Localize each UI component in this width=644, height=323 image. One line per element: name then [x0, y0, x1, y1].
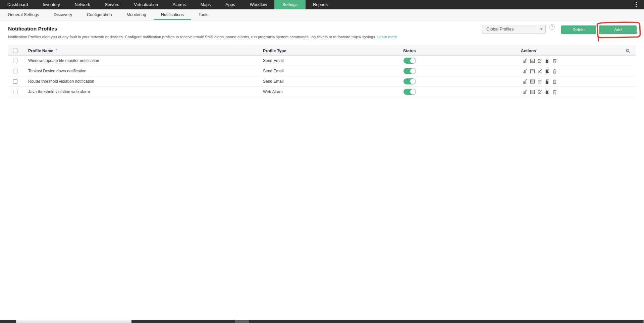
- column-header-profile-type: Profile Type: [263, 46, 286, 56]
- edit-icon[interactable]: [537, 79, 542, 84]
- test-chart-icon[interactable]: [523, 69, 528, 74]
- table-row: Windows update file monitor notification…: [8, 56, 636, 66]
- copy-icon[interactable]: [545, 79, 550, 84]
- status-toggle[interactable]: [404, 78, 416, 84]
- profile-name: Router threshold violation notification: [28, 76, 94, 87]
- subnav-tab[interactable]: Discovery: [46, 9, 79, 20]
- status-toggle[interactable]: [404, 58, 416, 64]
- topnav-item[interactable]: Apps: [218, 0, 243, 9]
- help-icon[interactable]: ?: [549, 24, 555, 30]
- select-all-checkbox[interactable]: [13, 49, 17, 53]
- column-header-profile-name[interactable]: Profile Name: [28, 46, 57, 56]
- report-icon[interactable]: [530, 79, 535, 84]
- copy-icon[interactable]: [545, 89, 550, 94]
- row-actions: [523, 89, 557, 94]
- page-description-text: Notification Profiles alert you of any f…: [8, 35, 376, 39]
- profile-name: Tenkasi Device down notification: [28, 66, 86, 76]
- profile-name: Java threshold violation web alarm: [28, 87, 90, 97]
- topnav-item[interactable]: Inventory: [35, 0, 67, 9]
- app-window: DashboardInventoryNetworkServersVirtuali…: [0, 0, 644, 323]
- delete-button[interactable]: Delete: [561, 25, 596, 34]
- profile-type: Send Email: [263, 66, 283, 76]
- subnav-tab[interactable]: Notifications: [154, 9, 191, 20]
- subnav-tab[interactable]: Tools: [191, 9, 216, 20]
- report-icon[interactable]: [530, 89, 535, 94]
- edit-icon[interactable]: [537, 58, 542, 63]
- row-checkbox[interactable]: [13, 69, 17, 73]
- report-icon[interactable]: [530, 58, 535, 63]
- subnav-tab[interactable]: General Settings: [0, 9, 46, 20]
- status-toggle[interactable]: [404, 89, 416, 95]
- table-header-row: Profile Name Profile Type Status Actions: [8, 46, 636, 56]
- topnav-item[interactable]: Settings: [274, 0, 306, 9]
- topnav-item[interactable]: Maps: [193, 0, 218, 9]
- scrollbar-thumb[interactable]: [16, 320, 131, 323]
- table-row: Router threshold violation notification …: [8, 76, 636, 87]
- horizontal-scrollbar: [0, 320, 644, 323]
- trash-icon[interactable]: [552, 69, 557, 74]
- scrollbar-segment: [235, 320, 249, 323]
- test-chart-icon[interactable]: [523, 58, 528, 63]
- notification-profiles-table: Profile Name Profile Type Status Actions…: [8, 46, 636, 97]
- profile-type: Send Email: [263, 56, 283, 66]
- column-header-actions: Actions: [521, 46, 536, 56]
- trash-icon[interactable]: [552, 79, 557, 84]
- subnav-tab[interactable]: Monitoring: [119, 9, 153, 20]
- row-checkbox[interactable]: [13, 79, 17, 84]
- topnav-item[interactable]: Network: [67, 0, 98, 9]
- row-checkbox[interactable]: [13, 59, 17, 63]
- toggle-knob: [410, 89, 416, 94]
- profile-name-header-label: Profile Name: [28, 49, 53, 53]
- edit-icon[interactable]: [537, 69, 542, 74]
- row-checkbox[interactable]: [13, 90, 17, 94]
- test-chart-icon[interactable]: [523, 79, 528, 84]
- add-button[interactable]: Add: [599, 25, 637, 34]
- learn-more-link[interactable]: Learn more: [377, 35, 397, 39]
- table-row: Java threshold violation web alarm Web A…: [8, 87, 636, 97]
- trash-icon[interactable]: [552, 89, 557, 94]
- settings-subnav: General SettingsDiscoveryConfigurationMo…: [0, 9, 644, 20]
- trash-icon[interactable]: [552, 58, 557, 63]
- topnav-item[interactable]: Alarms: [165, 0, 193, 9]
- topnav-item[interactable]: Reports: [306, 0, 335, 9]
- primary-nav: DashboardInventoryNetworkServersVirtuali…: [0, 0, 644, 9]
- topnav-item[interactable]: Servers: [97, 0, 126, 9]
- profile-scope-dropdown[interactable]: Global Profiles: [482, 25, 546, 34]
- topnav-item[interactable]: Dashboard: [0, 0, 35, 9]
- copy-icon[interactable]: [545, 58, 550, 63]
- chevron-down-icon[interactable]: [537, 25, 545, 33]
- page-title: Notification Profiles: [8, 26, 57, 32]
- toggle-knob: [410, 79, 416, 84]
- toggle-knob: [410, 58, 416, 63]
- edit-icon[interactable]: [537, 89, 542, 94]
- topnav-item[interactable]: Workflow: [243, 0, 274, 9]
- row-actions: [523, 69, 557, 74]
- status-toggle[interactable]: [404, 68, 416, 74]
- copy-icon[interactable]: [545, 69, 550, 74]
- topnav-item[interactable]: Virtualization: [127, 0, 165, 9]
- profile-type: Web Alarm: [263, 87, 282, 97]
- column-header-status: Status: [403, 46, 416, 56]
- more-menu-icon[interactable]: [635, 1, 637, 8]
- page-description: Notification Profiles alert you of any f…: [8, 35, 397, 39]
- row-actions: [523, 58, 557, 63]
- report-icon[interactable]: [530, 69, 535, 74]
- subnav-tab[interactable]: Configuration: [79, 9, 119, 20]
- profile-name: Windows update file monitor notification: [28, 56, 99, 66]
- test-chart-icon[interactable]: [523, 89, 528, 94]
- sort-icon: [55, 49, 57, 52]
- profile-type: Send Email: [263, 76, 283, 87]
- table-row: Tenkasi Device down notification Send Em…: [8, 66, 636, 76]
- profile-scope-value: Global Profiles: [482, 27, 537, 31]
- scrollbar-end-cap: [643, 320, 644, 323]
- toggle-knob: [410, 68, 416, 74]
- search-icon[interactable]: [626, 49, 630, 55]
- row-actions: [523, 79, 557, 84]
